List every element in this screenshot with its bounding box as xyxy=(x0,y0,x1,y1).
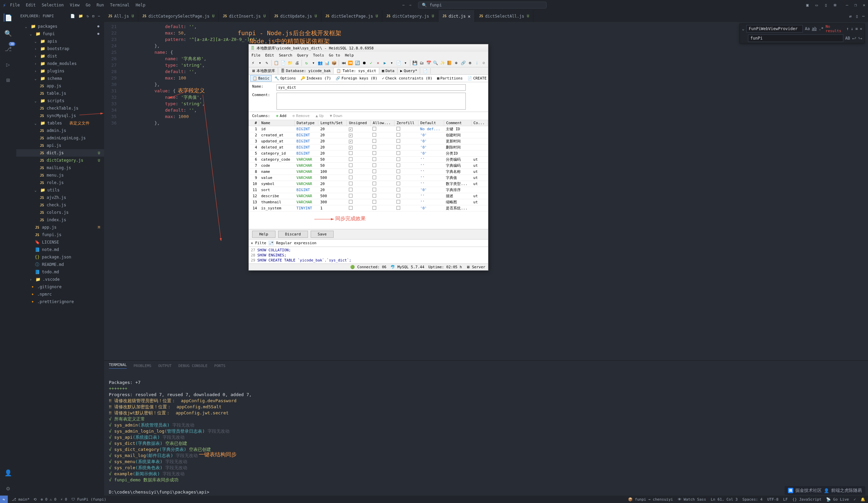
sync-icon[interactable]: ⟲ xyxy=(33,497,37,502)
col-uns[interactable]: Unsigned xyxy=(347,120,371,126)
tab-active[interactable]: JSdict.js✕ xyxy=(438,10,475,22)
col-name[interactable]: Name xyxy=(259,120,295,126)
maximize-icon[interactable]: ❐ xyxy=(855,3,857,8)
tree-file[interactable]: JSadmin.js xyxy=(16,127,104,134)
whole-word-icon[interactable]: ab xyxy=(812,27,817,31)
crumb-host[interactable]: 🖥 本地数据库 xyxy=(249,68,278,74)
tab[interactable]: JSdictSelectAll.jsU xyxy=(475,10,534,22)
tree-folder-schema[interactable]: ⌄📁schema xyxy=(16,75,104,82)
tab-output[interactable]: OUTPUT xyxy=(158,364,172,368)
more-icon[interactable]: ⋯ xyxy=(98,14,100,18)
filter-rx-icon[interactable]: .* xyxy=(268,241,274,245)
refresh-icon[interactable]: ↻ xyxy=(303,60,309,66)
account-icon[interactable]: 👤 xyxy=(4,469,12,476)
tab-ports[interactable]: PORTS xyxy=(214,364,226,368)
first-icon[interactable]: ⏮ xyxy=(341,60,347,66)
tab-problems[interactable]: PROBLEMS xyxy=(134,364,152,368)
next-match-icon[interactable]: ↓ xyxy=(851,27,853,31)
table-row[interactable]: 5category_idBIGINT20'0'分类ID xyxy=(249,151,488,157)
tree-file[interactable]: JSmailLog.js xyxy=(16,164,104,171)
golive-status[interactable]: 📡 Go Live xyxy=(826,497,849,502)
columns-grid[interactable]: # Name Datatype Length/Set Unsigned Allo… xyxy=(249,120,488,229)
match-case-icon[interactable]: Aa xyxy=(805,27,809,31)
tree-folder-plugins[interactable]: ›📁plugins xyxy=(16,67,104,75)
menu-run[interactable]: Run xyxy=(97,3,104,8)
tree-file[interactable]: 🔸.gitignore xyxy=(16,283,104,291)
settings-gear-icon[interactable]: ⚙ xyxy=(4,484,12,492)
col-com[interactable]: Comment xyxy=(444,120,471,126)
cursor-pos[interactable]: Ln 61, Col 3 xyxy=(711,497,737,502)
menu-go[interactable]: Go xyxy=(85,3,90,8)
eol-status[interactable]: LF xyxy=(783,497,787,502)
menu-view[interactable]: View xyxy=(70,3,80,8)
find-input[interactable] xyxy=(746,25,803,32)
table-row[interactable]: 9valueVARCHAR500''字典值ut xyxy=(249,175,488,181)
menu-edit[interactable]: Edit xyxy=(26,3,36,8)
split-icon[interactable]: ▯ xyxy=(856,14,858,19)
subtab-part[interactable]: ▦Partitions xyxy=(435,76,465,81)
col-zero[interactable]: Zerofill xyxy=(394,120,418,126)
tab-terminal[interactable]: TERMINAL xyxy=(109,363,127,369)
tree-file[interactable]: JSfunpi.js xyxy=(16,231,104,239)
tree-file[interactable]: 📘note.md xyxy=(16,246,104,253)
table-row[interactable]: 14is_systemTINYINT1'0'是否系统... xyxy=(249,205,488,211)
crumb-table[interactable]: 📋 Table: sys_dict xyxy=(334,68,379,74)
compare-icon[interactable]: ⇄ xyxy=(849,14,851,19)
tree-folder-node-modules[interactable]: ›📁node_modules xyxy=(16,60,104,67)
subtab-fk[interactable]: 🔗Foreign keys (0) xyxy=(334,76,379,81)
heidi-titlebar[interactable]: 🗄 本地数据库\yicode_bak\sys_dict\ - HeidiSQL … xyxy=(249,44,488,52)
explorer-icon[interactable]: 📄 xyxy=(4,13,12,22)
find-selection-icon[interactable]: ≡ xyxy=(856,27,858,31)
tab-more-icon[interactable]: ⋯ xyxy=(862,14,865,19)
crumb-query[interactable]: ▶ Query* xyxy=(397,68,420,74)
tree-file[interactable]: JSadminLoginLog.js xyxy=(16,134,104,142)
tree-file[interactable]: ⓘREADME.md xyxy=(16,261,104,268)
col-dt[interactable]: Datatype xyxy=(294,120,318,126)
tab[interactable]: JSdictUpdate.jsU xyxy=(270,10,321,22)
tree-file[interactable]: JSajvZh.js xyxy=(16,194,104,201)
comment-input[interactable] xyxy=(277,93,466,110)
table-row[interactable]: 7codeVARCHAR50''字典编码ut xyxy=(249,163,488,169)
close-tab-icon[interactable]: ✕ xyxy=(468,13,471,19)
branch-status[interactable]: ⎇ main* xyxy=(12,497,30,502)
tree-file[interactable]: JSdictCategory.jsU xyxy=(16,157,104,164)
tree-file[interactable]: JSmenu.js xyxy=(16,171,104,179)
heidi-menu-goto[interactable]: Go to xyxy=(329,53,340,58)
regex-icon[interactable]: .* xyxy=(819,27,823,31)
tree-file[interactable]: 🔸.prettierignore xyxy=(16,298,104,305)
search-icon[interactable]: 🔍 xyxy=(4,29,12,37)
tree-file[interactable]: JScheckTable.js xyxy=(16,104,104,112)
tree-file-dict[interactable]: JSdict.jsU xyxy=(16,149,104,157)
subtab-basic[interactable]: 📋Basic xyxy=(250,75,272,81)
crumb-add[interactable]: 📄 xyxy=(420,68,431,74)
pencil-icon[interactable]: ✎ xyxy=(264,60,270,66)
run-icon[interactable]: ▶ xyxy=(382,60,388,66)
tree-folder-tables[interactable]: ⌄📁tables表定义文件 xyxy=(16,119,104,127)
table-row[interactable]: 3updated_atBIGINT20'0'更新时间 xyxy=(249,138,488,144)
remove-col-button[interactable]: ⊖Remove xyxy=(292,114,309,118)
layout-panel-bottom-icon[interactable]: ▭ xyxy=(813,1,821,9)
tab[interactable]: JSdictCategory.jsU xyxy=(382,10,438,22)
tree-file[interactable]: JSapi.js xyxy=(16,142,104,149)
col-col[interactable]: Co... xyxy=(471,120,488,126)
remote-indicator[interactable]: ⇋ xyxy=(0,495,8,503)
heidi-menu-help[interactable]: Help xyxy=(345,53,354,58)
funpi-status[interactable]: 🛡 FunPi (funpi) xyxy=(71,497,106,502)
table-row[interactable]: 11sortBIGINT20'0'字典排序 xyxy=(249,187,488,193)
tree-file[interactable]: 🔖LICENSE xyxy=(16,239,104,246)
new-file-icon[interactable]: 📄 xyxy=(70,14,75,18)
col-def[interactable]: Default xyxy=(418,120,444,126)
subtab-options[interactable]: 🔧Options xyxy=(272,76,298,81)
tree-folder-vscode[interactable]: ›📁.vscode xyxy=(16,276,104,283)
heidi-menu-file[interactable]: File xyxy=(251,53,261,58)
tree-folder-bootstrap[interactable]: ›📁bootstrap xyxy=(16,45,104,52)
layout-customize-icon[interactable]: ⊞ xyxy=(831,1,839,9)
tree-file[interactable]: JScolors.js xyxy=(16,209,104,216)
breadcrumb-status[interactable]: 📦 funpi → chensuiyi xyxy=(628,497,673,502)
heidi-menu-edit[interactable]: Edit xyxy=(265,53,275,58)
tree-folder-scripts[interactable]: ⌄📁scripts xyxy=(16,97,104,104)
tree-folder-utils[interactable]: ⌄📁utils xyxy=(16,187,104,194)
encoding-status[interactable]: UTF-8 xyxy=(767,497,778,502)
subtab-cc[interactable]: ✓Check constraints (0) xyxy=(380,76,434,81)
prettier-status[interactable]: ✓ xyxy=(854,497,856,502)
